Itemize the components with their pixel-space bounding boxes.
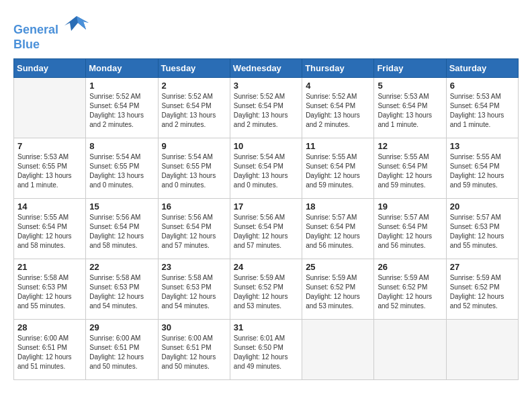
- sunrise-text: Sunrise: 5:58 AM: [17, 273, 82, 283]
- calendar-cell: 12Sunrise: 5:55 AMSunset: 6:54 PMDayligh…: [374, 138, 446, 199]
- daylight-text: Daylight: 12 hours and 51 minutes.: [17, 353, 82, 371]
- sunset-text: Sunset: 6:54 PM: [162, 222, 226, 232]
- sunset-text: Sunset: 6:54 PM: [378, 101, 442, 111]
- sunset-text: Sunset: 6:54 PM: [306, 162, 370, 171]
- day-number: 6: [450, 81, 515, 91]
- day-info: Sunrise: 5:54 AMSunset: 6:55 PMDaylight:…: [89, 152, 154, 190]
- calendar-cell: 3Sunrise: 5:52 AMSunset: 6:54 PMDaylight…: [230, 78, 302, 138]
- daylight-text: Daylight: 12 hours and 53 minutes.: [306, 292, 370, 311]
- sunset-text: Sunset: 6:50 PM: [234, 343, 298, 353]
- weekday-header-wednesday: Wednesday: [230, 59, 302, 78]
- day-info: Sunrise: 5:52 AMSunset: 6:54 PMDaylight:…: [306, 92, 370, 130]
- logo-blue: Blue: [13, 38, 89, 52]
- weekday-header-sunday: Sunday: [14, 59, 86, 78]
- sunrise-text: Sunrise: 5:53 AM: [17, 152, 82, 162]
- day-info: Sunrise: 5:53 AMSunset: 6:54 PMDaylight:…: [378, 92, 442, 130]
- sunrise-text: Sunrise: 5:53 AM: [450, 92, 515, 101]
- sunset-text: Sunset: 6:55 PM: [89, 162, 154, 171]
- day-number: 16: [162, 201, 226, 212]
- calendar-cell: [14, 78, 86, 138]
- calendar-cell: 7Sunrise: 5:53 AMSunset: 6:55 PMDaylight…: [14, 138, 86, 199]
- sunset-text: Sunset: 6:54 PM: [234, 162, 298, 171]
- calendar-cell: 13Sunrise: 5:55 AMSunset: 6:54 PMDayligh…: [446, 138, 518, 199]
- sunset-text: Sunset: 6:51 PM: [162, 343, 226, 353]
- day-number: 5: [378, 81, 442, 91]
- sunset-text: Sunset: 6:54 PM: [89, 222, 154, 232]
- day-info: Sunrise: 5:54 AMSunset: 6:55 PMDaylight:…: [162, 152, 226, 190]
- calendar-cell: 21Sunrise: 5:58 AMSunset: 6:53 PMDayligh…: [14, 259, 86, 320]
- calendar-cell: [446, 320, 518, 380]
- week-row-5: 28Sunrise: 6:00 AMSunset: 6:51 PMDayligh…: [14, 320, 519, 380]
- week-row-4: 21Sunrise: 5:58 AMSunset: 6:53 PMDayligh…: [14, 259, 519, 320]
- calendar-cell: 19Sunrise: 5:57 AMSunset: 6:54 PMDayligh…: [374, 199, 446, 259]
- daylight-text: Daylight: 12 hours and 55 minutes.: [450, 232, 515, 250]
- weekday-header-monday: Monday: [86, 59, 158, 78]
- daylight-text: Daylight: 12 hours and 58 minutes.: [17, 232, 82, 250]
- calendar-cell: 27Sunrise: 5:59 AMSunset: 6:52 PMDayligh…: [446, 259, 518, 320]
- day-number: 26: [378, 262, 442, 272]
- day-number: 19: [378, 201, 442, 212]
- daylight-text: Daylight: 13 hours and 0 minutes.: [89, 171, 154, 190]
- sunrise-text: Sunrise: 5:59 AM: [450, 273, 515, 283]
- sunset-text: Sunset: 6:51 PM: [17, 343, 82, 353]
- calendar-cell: 1Sunrise: 5:52 AMSunset: 6:54 PMDaylight…: [86, 78, 158, 138]
- sunrise-text: Sunrise: 5:52 AM: [162, 92, 226, 101]
- daylight-text: Daylight: 12 hours and 50 minutes.: [162, 353, 226, 371]
- sunset-text: Sunset: 6:54 PM: [378, 162, 442, 171]
- sunset-text: Sunset: 6:54 PM: [89, 101, 154, 111]
- daylight-text: Daylight: 13 hours and 2 minutes.: [234, 111, 298, 130]
- daylight-text: Daylight: 13 hours and 2 minutes.: [162, 111, 226, 130]
- day-number: 27: [450, 262, 515, 272]
- day-info: Sunrise: 5:53 AMSunset: 6:54 PMDaylight:…: [450, 92, 515, 130]
- sunset-text: Sunset: 6:53 PM: [162, 283, 226, 292]
- day-info: Sunrise: 5:52 AMSunset: 6:54 PMDaylight:…: [162, 92, 226, 130]
- sunrise-text: Sunrise: 5:56 AM: [162, 213, 226, 222]
- day-info: Sunrise: 5:56 AMSunset: 6:54 PMDaylight:…: [234, 213, 298, 250]
- day-info: Sunrise: 5:58 AMSunset: 6:53 PMDaylight:…: [17, 273, 82, 311]
- day-info: Sunrise: 5:56 AMSunset: 6:54 PMDaylight:…: [162, 213, 226, 250]
- sunset-text: Sunset: 6:52 PM: [306, 283, 370, 292]
- day-number: 15: [89, 201, 154, 212]
- sunset-text: Sunset: 6:54 PM: [17, 222, 82, 232]
- sunrise-text: Sunrise: 5:58 AM: [89, 273, 154, 283]
- calendar-cell: [302, 320, 374, 380]
- day-info: Sunrise: 5:59 AMSunset: 6:52 PMDaylight:…: [234, 273, 298, 311]
- calendar-cell: [374, 320, 446, 380]
- day-number: 2: [162, 81, 226, 91]
- weekday-header-row: SundayMondayTuesdayWednesdayThursdayFrid…: [14, 59, 519, 78]
- day-number: 11: [306, 141, 370, 151]
- calendar-cell: 4Sunrise: 5:52 AMSunset: 6:54 PMDaylight…: [302, 78, 374, 138]
- daylight-text: Daylight: 13 hours and 2 minutes.: [89, 111, 154, 130]
- day-info: Sunrise: 5:52 AMSunset: 6:54 PMDaylight:…: [234, 92, 298, 130]
- sunrise-text: Sunrise: 5:54 AM: [234, 152, 298, 162]
- daylight-text: Daylight: 13 hours and 1 minute.: [378, 111, 442, 130]
- daylight-text: Daylight: 13 hours and 0 minutes.: [162, 171, 226, 190]
- daylight-text: Daylight: 12 hours and 53 minutes.: [234, 292, 298, 311]
- day-number: 13: [450, 141, 515, 151]
- daylight-text: Daylight: 13 hours and 1 minute.: [17, 171, 82, 190]
- day-number: 12: [378, 141, 442, 151]
- week-row-2: 7Sunrise: 5:53 AMSunset: 6:55 PMDaylight…: [14, 138, 519, 199]
- week-row-3: 14Sunrise: 5:55 AMSunset: 6:54 PMDayligh…: [14, 199, 519, 259]
- calendar-cell: 25Sunrise: 5:59 AMSunset: 6:52 PMDayligh…: [302, 259, 374, 320]
- day-info: Sunrise: 5:55 AMSunset: 6:54 PMDaylight:…: [17, 213, 82, 250]
- day-info: Sunrise: 5:59 AMSunset: 6:52 PMDaylight:…: [378, 273, 442, 311]
- sunrise-text: Sunrise: 5:58 AM: [162, 273, 226, 283]
- sunset-text: Sunset: 6:53 PM: [450, 222, 515, 232]
- day-number: 22: [89, 262, 154, 272]
- daylight-text: Daylight: 12 hours and 57 minutes.: [162, 232, 226, 250]
- day-number: 8: [89, 141, 154, 151]
- day-info: Sunrise: 5:53 AMSunset: 6:55 PMDaylight:…: [17, 152, 82, 190]
- day-number: 20: [450, 201, 515, 212]
- daylight-text: Daylight: 12 hours and 56 minutes.: [378, 232, 442, 250]
- day-info: Sunrise: 5:56 AMSunset: 6:54 PMDaylight:…: [89, 213, 154, 250]
- daylight-text: Daylight: 13 hours and 1 minute.: [450, 111, 515, 130]
- sunrise-text: Sunrise: 5:56 AM: [234, 213, 298, 222]
- calendar-cell: 31Sunrise: 6:01 AMSunset: 6:50 PMDayligh…: [230, 320, 302, 380]
- day-number: 29: [89, 322, 154, 332]
- daylight-text: Daylight: 12 hours and 58 minutes.: [89, 232, 154, 250]
- day-info: Sunrise: 6:00 AMSunset: 6:51 PMDaylight:…: [17, 334, 82, 371]
- calendar-table: SundayMondayTuesdayWednesdayThursdayFrid…: [13, 58, 519, 380]
- logo-general: General: [13, 23, 58, 36]
- calendar-cell: 10Sunrise: 5:54 AMSunset: 6:54 PMDayligh…: [230, 138, 302, 199]
